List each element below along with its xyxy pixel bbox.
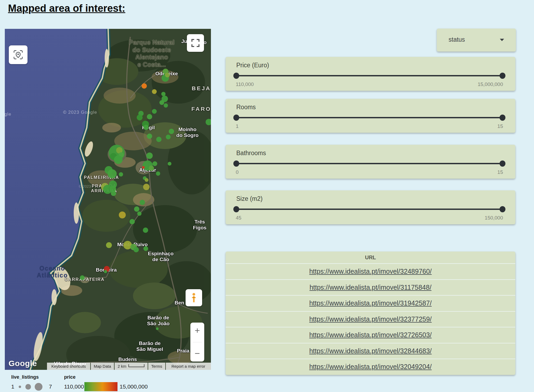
listing-dot[interactable] <box>169 129 174 134</box>
listing-dot[interactable] <box>142 83 147 89</box>
listing-dot[interactable] <box>156 171 160 176</box>
url-table-header: URL <box>226 252 515 263</box>
slider-label: Price (Euro) <box>236 62 269 69</box>
slider-handle-max[interactable] <box>500 160 505 167</box>
terms-link[interactable]: Terms <box>148 363 165 370</box>
listing-url-link[interactable]: https://www.idealista.pt/imovel/32377259… <box>309 315 432 323</box>
filter-card-bathrooms: Bathrooms015 <box>226 145 515 179</box>
listing-dot[interactable] <box>114 155 123 164</box>
filter-card-price-euro: Price (Euro)110,00015,000,000 <box>226 57 515 91</box>
zoom-in-button[interactable]: + <box>190 324 204 337</box>
fullscreen-button[interactable] <box>187 34 204 52</box>
listing-url-link[interactable]: https://www.idealista.pt/imovel/31175848… <box>309 284 431 291</box>
listing-dot[interactable] <box>206 119 211 125</box>
listing-dot[interactable] <box>147 114 152 119</box>
map-scale: 2 km <box>115 363 148 370</box>
slider-track[interactable] <box>236 209 503 210</box>
slider-handle-max[interactable] <box>500 206 505 212</box>
listing-dot[interactable] <box>134 206 139 212</box>
slider-track[interactable] <box>236 117 503 118</box>
table-row: https://www.idealista.pt/imovel/31175848… <box>226 279 515 295</box>
zoom-out-button[interactable]: − <box>190 347 204 360</box>
size-legend-dot-medium <box>25 384 31 390</box>
listing-dot[interactable] <box>143 125 149 130</box>
pin-in-frame-icon <box>13 49 23 60</box>
listing-dot[interactable] <box>149 166 154 171</box>
listing-dot[interactable] <box>111 191 116 196</box>
listing-url-link[interactable]: https://www.idealista.pt/imovel/32489760… <box>309 268 432 275</box>
listing-dot[interactable] <box>140 200 145 205</box>
price-gradient-bar <box>84 382 117 391</box>
listing-dot[interactable] <box>165 73 170 77</box>
slider-track[interactable] <box>236 163 503 164</box>
satellite-terrain <box>5 29 211 370</box>
size-legend-dot-large <box>35 383 42 391</box>
table-row: https://www.idealista.pt/imovel/32489760… <box>226 263 515 279</box>
slider-min-value: 0 <box>236 169 239 175</box>
page-title: Mapped area of interest: <box>8 3 125 14</box>
divider <box>193 342 202 342</box>
area-select-button[interactable] <box>9 45 28 64</box>
listing-url-link[interactable]: https://www.idealista.pt/imovel/31942587… <box>309 299 432 307</box>
listing-url-link[interactable]: https://www.idealista.pt/imovel/32726503… <box>309 331 432 339</box>
listing-dot[interactable] <box>164 103 168 108</box>
listing-dot[interactable] <box>137 115 143 120</box>
listing-dot[interactable] <box>166 135 171 139</box>
listing-dot[interactable] <box>108 169 117 178</box>
map-data-link[interactable]: Map Data <box>91 363 114 370</box>
price-legend-max: 15,000,000 <box>120 383 148 390</box>
size-legend-min: 1 <box>11 383 14 390</box>
listing-dot[interactable] <box>143 246 148 251</box>
listing-dot[interactable] <box>159 100 164 105</box>
slider-label: Rooms <box>236 104 256 111</box>
slider-handle-min[interactable] <box>233 160 239 167</box>
slider-min-value: 1 <box>236 123 239 129</box>
listing-dot[interactable] <box>106 242 112 248</box>
listing-dot[interactable] <box>156 327 159 330</box>
pegman-button[interactable] <box>186 289 202 306</box>
listing-dot[interactable] <box>137 211 142 216</box>
listing-dot[interactable] <box>129 219 135 224</box>
listing-dot[interactable] <box>145 178 148 182</box>
listing-dot[interactable] <box>156 137 162 142</box>
listing-dot[interactable] <box>143 228 148 233</box>
slider-max-value: 150,000 <box>485 215 503 221</box>
status-dropdown-label: status <box>449 36 465 43</box>
price-legend-title: price <box>64 374 76 380</box>
listing-dot[interactable] <box>80 275 85 280</box>
fullscreen-icon <box>191 38 200 48</box>
status-dropdown[interactable]: status <box>437 29 516 52</box>
map[interactable]: Parque Natural do Sudoeste Alentejano e … <box>5 29 211 370</box>
slider-handle-max[interactable] <box>500 73 505 79</box>
listing-dot[interactable] <box>152 109 157 114</box>
listing-dot[interactable] <box>134 247 139 252</box>
listing-dot[interactable] <box>152 161 157 166</box>
slider-max-value: 15,000,000 <box>478 81 503 87</box>
listing-url-link[interactable]: https://www.idealista.pt/imovel/32844683… <box>309 347 432 355</box>
listing-dot[interactable] <box>146 152 153 159</box>
listing-dot[interactable] <box>104 270 107 273</box>
slider-handle-min[interactable] <box>233 206 239 212</box>
listing-dot[interactable] <box>119 211 126 218</box>
listing-dot[interactable] <box>142 166 145 169</box>
slider-min-value: 110,000 <box>236 81 254 87</box>
slider-handle-min[interactable] <box>233 73 239 79</box>
listing-dot[interactable] <box>168 162 171 166</box>
listing-dot[interactable] <box>119 172 123 177</box>
size-legend-max: 7 <box>49 383 52 390</box>
listing-dot[interactable] <box>143 184 150 190</box>
slider-max-value: 15 <box>497 123 503 129</box>
url-table-rows: https://www.idealista.pt/imovel/32489760… <box>226 263 515 375</box>
filter-card-rooms: Rooms115 <box>226 99 515 133</box>
slider-min-value: 45 <box>236 215 241 221</box>
slider-handle-max[interactable] <box>500 115 505 121</box>
keyboard-shortcuts-link[interactable]: Keyboard shortcuts <box>47 363 90 370</box>
report-map-error-link[interactable]: Report a map error <box>166 363 211 370</box>
slider-max-value: 15 <box>497 169 503 175</box>
slider-track[interactable] <box>236 75 503 76</box>
listing-dot[interactable] <box>152 89 157 94</box>
google-logo: Google <box>9 359 37 368</box>
listing-url-link[interactable]: https://www.idealista.pt/imovel/32049204… <box>309 363 432 371</box>
listing-dot[interactable] <box>147 134 152 139</box>
slider-handle-min[interactable] <box>233 115 239 121</box>
